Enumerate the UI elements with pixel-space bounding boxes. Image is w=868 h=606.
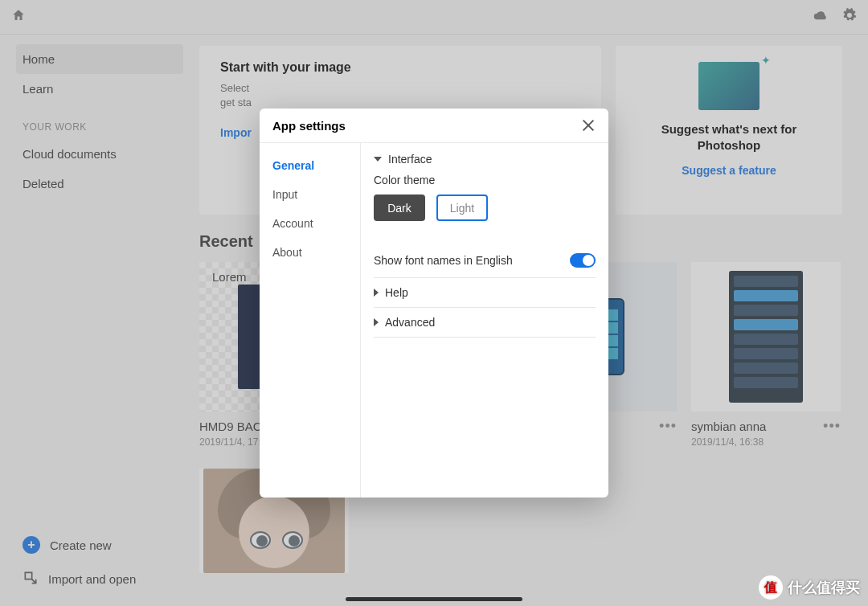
settings-tabs: General Input Account About bbox=[260, 143, 361, 497]
theme-light-button[interactable]: Light bbox=[436, 194, 488, 221]
home-indicator bbox=[346, 597, 522, 601]
tab-account[interactable]: Account bbox=[260, 209, 360, 238]
chevron-right-icon bbox=[374, 318, 379, 326]
chevron-right-icon bbox=[374, 289, 379, 297]
font-english-label: Show font names in English bbox=[374, 254, 513, 267]
watermark: 值 什么值得买 bbox=[759, 575, 860, 600]
modal-title: App settings bbox=[272, 119, 346, 133]
section-advanced[interactable]: Advanced bbox=[374, 316, 596, 329]
tab-input[interactable]: Input bbox=[260, 180, 360, 209]
font-english-toggle[interactable] bbox=[570, 253, 596, 268]
section-help[interactable]: Help bbox=[374, 286, 596, 299]
chevron-down-icon bbox=[374, 157, 382, 162]
close-icon[interactable] bbox=[581, 118, 596, 133]
theme-dark-button[interactable]: Dark bbox=[374, 194, 425, 221]
tab-general[interactable]: General bbox=[260, 151, 360, 180]
app-settings-modal: App settings General Input Account About… bbox=[260, 109, 608, 497]
watermark-text: 什么值得买 bbox=[788, 578, 860, 597]
settings-panel: Interface Color theme Dark Light Show fo… bbox=[361, 143, 608, 497]
tab-about[interactable]: About bbox=[260, 238, 360, 267]
section-interface[interactable]: Interface bbox=[374, 153, 596, 166]
color-theme-label: Color theme bbox=[374, 174, 596, 186]
watermark-badge: 值 bbox=[759, 575, 783, 600]
